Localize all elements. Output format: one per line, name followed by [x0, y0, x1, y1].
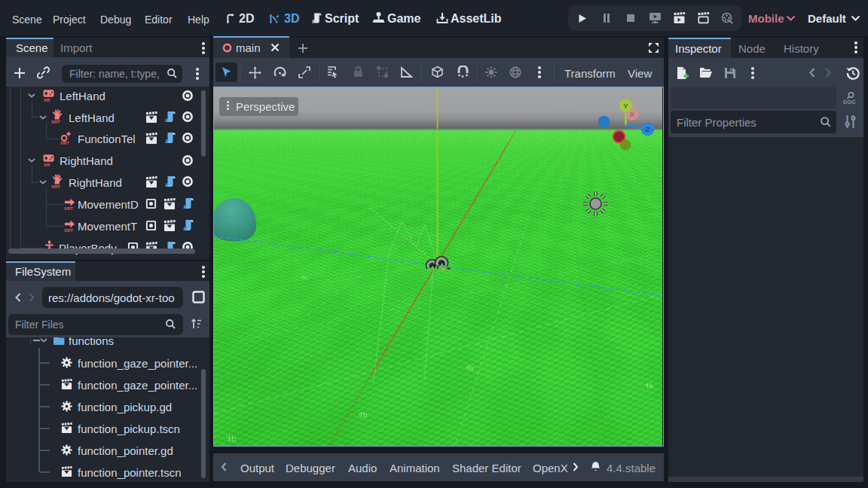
svg-text:X: X — [630, 111, 634, 118]
svg-text:Y: Y — [623, 102, 628, 110]
svg-text:DOC: DOC — [843, 99, 856, 105]
